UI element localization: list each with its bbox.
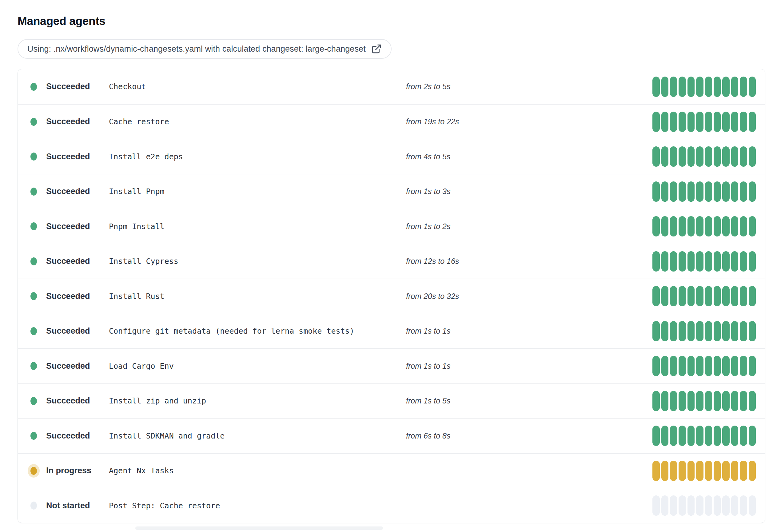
status-label: Succeeded: [46, 361, 90, 371]
bar-segment: [705, 146, 712, 167]
step-row[interactable]: Succeeded Load Cargo Env from 1s to 1s: [18, 349, 765, 384]
bar-segment: [679, 251, 686, 272]
step-row[interactable]: Not started Post Step: Cache restore: [18, 488, 765, 523]
status-label: Succeeded: [46, 326, 90, 336]
bar-segment: [705, 356, 712, 376]
step-duration: from 1s to 3s: [406, 187, 652, 196]
bar-segment: [670, 495, 677, 516]
bar-segment: [749, 251, 756, 272]
status-dot-icon: [30, 83, 37, 91]
bar-segment: [679, 286, 686, 306]
status-dot-icon: [30, 502, 37, 510]
bar-segment: [740, 112, 747, 132]
bar-segment: [687, 112, 694, 132]
bar-segment: [749, 321, 756, 341]
bar-segment: [652, 321, 660, 341]
step-row[interactable]: Succeeded Cache restore from 19s to 22s: [18, 104, 765, 139]
bar-segment: [722, 216, 729, 237]
step-row[interactable]: Succeeded Install SDKMAN and gradle from…: [18, 418, 765, 453]
bar-segment: [679, 216, 686, 237]
bar-segment: [731, 251, 738, 272]
status-label: Succeeded: [46, 152, 90, 161]
bar-segment: [713, 181, 721, 202]
step-row[interactable]: Succeeded Install Cypress from 12s to 16…: [18, 244, 765, 279]
horizontal-scrollbar-thumb[interactable]: [135, 526, 383, 530]
status-label: Succeeded: [46, 431, 90, 441]
bar-segment: [740, 146, 747, 167]
step-duration: from 1s to 1s: [406, 362, 652, 371]
status-label: Succeeded: [46, 256, 90, 266]
bar-segment: [696, 461, 703, 481]
bar-segment: [696, 391, 703, 411]
step-progress-bar: [652, 461, 756, 481]
bar-segment: [722, 77, 729, 97]
step-progress-bar: [652, 321, 756, 341]
bar-segment: [687, 461, 694, 481]
bar-segment: [652, 251, 660, 272]
bar-segment: [652, 216, 660, 237]
bar-segment: [687, 426, 694, 446]
bar-segment: [749, 181, 756, 202]
step-row[interactable]: Succeeded Install e2e deps from 4s to 5s: [18, 139, 765, 174]
step-duration: from 4s to 5s: [406, 152, 652, 161]
step-name: Agent Nx Tasks: [109, 466, 406, 475]
bar-segment: [740, 321, 747, 341]
bar-segment: [679, 321, 686, 341]
bar-segment: [740, 461, 747, 481]
bar-segment: [670, 321, 677, 341]
status-dot-icon: [30, 432, 37, 440]
bar-segment: [722, 426, 729, 446]
status-dot-icon: [30, 187, 37, 195]
bar-segment: [687, 495, 694, 516]
step-row[interactable]: In progress Agent Nx Tasks: [18, 453, 765, 488]
status-label: In progress: [46, 466, 91, 476]
bar-segment: [705, 181, 712, 202]
step-row[interactable]: Succeeded Configure git metadata (needed…: [18, 314, 765, 349]
bar-segment: [740, 77, 747, 97]
bar-segment: [749, 461, 756, 481]
status-label: Succeeded: [46, 82, 90, 91]
step-name: Install Rust: [109, 292, 406, 301]
bar-segment: [661, 181, 668, 202]
bar-segment: [652, 181, 660, 202]
bar-segment: [749, 286, 756, 306]
managed-agents-panel: Managed agents Using: .nx/workflows/dyna…: [0, 0, 777, 532]
bar-segment: [731, 495, 738, 516]
bar-segment: [722, 356, 729, 376]
step-duration: from 6s to 8s: [406, 431, 652, 440]
status-dot-icon: [30, 397, 37, 405]
step-progress-bar: [652, 77, 756, 97]
bar-segment: [670, 356, 677, 376]
bar-segment: [713, 146, 721, 167]
bar-segment: [749, 112, 756, 132]
step-row[interactable]: Succeeded Pnpm Install from 1s to 2s: [18, 209, 765, 244]
external-link-icon: [371, 44, 382, 54]
step-name: Install SDKMAN and gradle: [109, 431, 406, 440]
status-label: Succeeded: [46, 117, 90, 126]
bar-segment: [661, 146, 668, 167]
bar-segment: [749, 426, 756, 446]
step-progress-bar: [652, 495, 756, 516]
status-dot-icon: [30, 222, 37, 230]
status-dot-icon: [30, 292, 37, 300]
step-row[interactable]: Succeeded Install Pnpm from 1s to 3s: [18, 174, 765, 209]
step-name: Install Cypress: [109, 257, 406, 266]
step-row[interactable]: Succeeded Install zip and unzip from 1s …: [18, 384, 765, 418]
bar-segment: [749, 77, 756, 97]
step-row[interactable]: Succeeded Checkout from 2s to 5s: [18, 69, 765, 104]
bar-segment: [652, 391, 660, 411]
step-progress-bar: [652, 286, 756, 306]
workflow-chip-link[interactable]: Using: .nx/workflows/dynamic-changesets.…: [17, 39, 392, 59]
step-row[interactable]: Succeeded Install Rust from 20s to 32s: [18, 279, 765, 314]
bar-segment: [722, 391, 729, 411]
step-status: Succeeded: [30, 82, 109, 91]
step-progress-bar: [652, 356, 756, 376]
step-progress-bar: [652, 146, 756, 167]
bar-segment: [705, 251, 712, 272]
step-status: Succeeded: [30, 431, 109, 441]
step-status: Succeeded: [30, 291, 109, 301]
bar-segment: [731, 461, 738, 481]
step-status: Succeeded: [30, 222, 109, 231]
step-name: Install zip and unzip: [109, 396, 406, 405]
step-duration: from 20s to 32s: [406, 292, 652, 301]
